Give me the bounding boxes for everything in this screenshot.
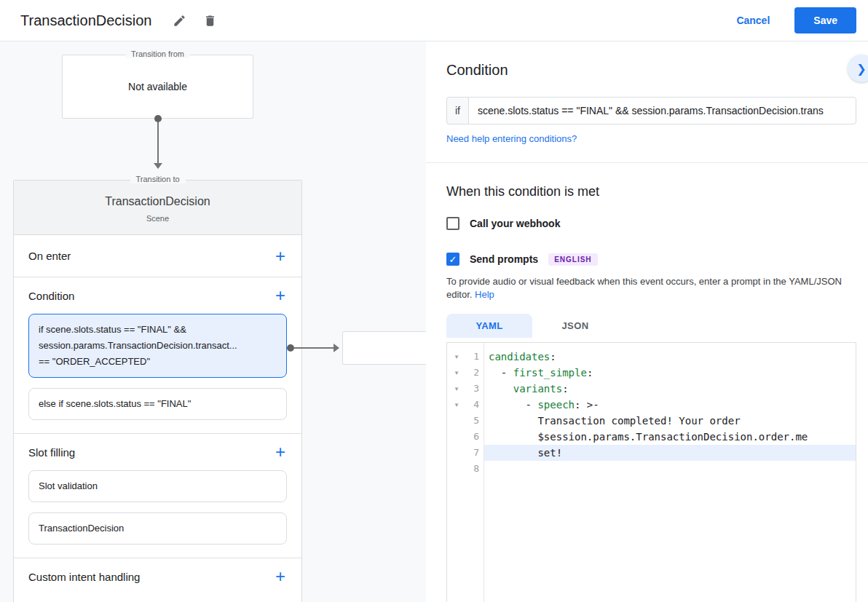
chevron-right-icon: ❯ — [856, 62, 866, 76]
add-condition-icon[interactable]: + — [275, 288, 285, 303]
editor-lines: ▾1candidates:▾2 - first_simple:▾3 varian… — [447, 343, 856, 477]
section-slot-filling: Slot filling + Slot validationTransactio… — [14, 434, 301, 558]
line-number: 6 — [466, 429, 479, 445]
section-on-enter: On enter + — [14, 235, 301, 277]
header-actions: Cancel Save — [732, 7, 856, 33]
tab-yaml[interactable]: YAML — [446, 314, 532, 338]
line-number: 3 — [466, 381, 479, 397]
transition-to-label: Transition to — [130, 175, 185, 183]
call-webhook-checkbox[interactable] — [446, 217, 459, 230]
collapse-panel-button[interactable]: ❯ — [848, 55, 868, 82]
main-area: Transition from Not available Transition… — [0, 41, 868, 602]
if-label: if — [446, 97, 468, 124]
header: TransactionDecision Cancel Save — [0, 0, 868, 41]
transition-from-box: Transition from Not available — [62, 55, 253, 119]
prompt-description-text: To provide audio or visual feedback when… — [446, 276, 842, 300]
delete-icon[interactable] — [200, 10, 220, 31]
add-on-enter-icon[interactable]: + — [275, 249, 285, 264]
editor-line[interactable]: 8 — [447, 461, 856, 477]
code-text: Transaction completed! Your order — [484, 413, 856, 429]
slot-item[interactable]: Slot validation — [28, 470, 287, 502]
condition-item-selected[interactable]: if scene.slots.status == "FINAL" && sess… — [28, 314, 287, 378]
scene-card: Transition to TransactionDecision Scene … — [13, 180, 302, 602]
scene-name: TransactionDecision — [14, 195, 301, 208]
fold-gutter — [447, 461, 466, 477]
editor-line[interactable]: 5 Transaction completed! Your order — [447, 413, 856, 429]
slot-item[interactable]: TransactionDecision — [28, 512, 287, 544]
fold-gutter — [447, 445, 466, 461]
panel-title: Condition — [446, 62, 508, 79]
when-condition-met-heading: When this condition is met — [446, 184, 599, 199]
title-group: TransactionDecision — [20, 10, 230, 31]
code-text: variants: — [484, 381, 856, 397]
panel-divider — [426, 162, 868, 163]
editor-line[interactable]: ▾3 variants: — [447, 381, 856, 397]
save-button[interactable]: Save — [794, 7, 856, 33]
fold-arrow-icon[interactable]: ▾ — [447, 381, 466, 397]
help-link[interactable]: Help — [475, 289, 494, 300]
condition-section-label: Condition — [28, 290, 74, 302]
yaml-editor[interactable]: ▾1candidates:▾2 - first_simple:▾3 varian… — [446, 342, 856, 602]
add-slot-icon[interactable]: + — [275, 445, 285, 459]
condition-panel: Condition ❯ if Need help entering condit… — [426, 41, 868, 602]
send-prompts-checkbox[interactable]: ✓ — [446, 253, 459, 266]
code-text — [484, 461, 856, 477]
webhook-row: Call your webhook — [446, 217, 560, 230]
code-text: set! — [484, 445, 856, 461]
editor-line[interactable]: 6 $session.params.TransactionDecision.or… — [447, 429, 856, 445]
scene-type: Scene — [14, 214, 301, 223]
line-number: 1 — [466, 349, 479, 365]
fold-gutter — [447, 413, 466, 429]
send-prompts-row: ✓ Send prompts ENGLISH — [446, 253, 598, 266]
editor-line[interactable]: ▾1candidates: — [447, 349, 856, 365]
condition-item[interactable]: else if scene.slots.status == "FINAL" — [28, 388, 287, 420]
line-number: 2 — [466, 365, 479, 381]
transition-arrow-icon — [154, 115, 162, 172]
condition-connector-icon — [287, 344, 344, 353]
code-text: $session.params.TransactionDecision.orde… — [484, 429, 856, 445]
code-text: candidates: — [484, 349, 856, 365]
fold-arrow-icon[interactable]: ▾ — [447, 365, 466, 381]
gutter-separator — [484, 343, 484, 602]
line-number: 5 — [466, 413, 479, 429]
transition-from-content: Not available — [128, 81, 187, 92]
cancel-button[interactable]: Cancel — [732, 14, 774, 27]
scene-card-header[interactable]: TransactionDecision Scene — [14, 181, 301, 235]
check-icon: ✓ — [449, 255, 457, 264]
code-text: - speech: >- — [484, 397, 856, 413]
scene-canvas: Transition from Not available Transition… — [0, 41, 426, 602]
condition-list: if scene.slots.status == "FINAL" && sess… — [14, 314, 301, 433]
editor-line[interactable]: ▾2 - first_simple: — [447, 365, 856, 381]
on-enter-label: On enter — [28, 250, 71, 262]
app-root: TransactionDecision Cancel Save Transiti… — [0, 0, 868, 602]
section-custom-intent: Custom intent handling + — [14, 558, 301, 602]
fold-arrow-icon[interactable]: ▾ — [447, 397, 466, 413]
fold-arrow-icon[interactable]: ▾ — [447, 349, 466, 365]
line-number: 7 — [466, 445, 479, 461]
language-badge: ENGLISH — [548, 253, 597, 266]
line-number: 8 — [466, 461, 479, 477]
condition-help-link[interactable]: Need help entering conditions? — [446, 133, 577, 144]
line-number: 4 — [466, 397, 479, 413]
condition-expression-input[interactable] — [468, 97, 856, 124]
call-webhook-label: Call your webhook — [470, 218, 560, 229]
editor-line[interactable]: ▾4 - speech: >- — [447, 397, 856, 413]
prompt-description: To provide audio or visual feedback when… — [446, 275, 856, 301]
edit-icon[interactable] — [169, 10, 189, 31]
transition-target-box — [342, 331, 426, 365]
add-custom-intent-icon[interactable]: + — [275, 569, 285, 584]
fold-gutter — [447, 429, 466, 445]
page-title: TransactionDecision — [20, 12, 151, 29]
transition-from-label: Transition from — [125, 49, 190, 58]
editor-line[interactable]: 7 set! — [447, 445, 856, 461]
slot-list: Slot validationTransactionDecision — [14, 470, 301, 558]
code-text: - first_simple: — [484, 365, 856, 381]
tab-json[interactable]: JSON — [532, 314, 618, 338]
slot-filling-label: Slot filling — [28, 446, 75, 459]
custom-intent-label: Custom intent handling — [28, 571, 140, 583]
condition-expression-row: if — [446, 97, 856, 124]
trash-icon — [203, 14, 217, 28]
section-condition: Condition + if scene.slots.status == "FI… — [14, 277, 301, 434]
editor-tabs: YAMLJSON — [446, 314, 618, 338]
send-prompts-label: Send prompts — [470, 253, 538, 265]
